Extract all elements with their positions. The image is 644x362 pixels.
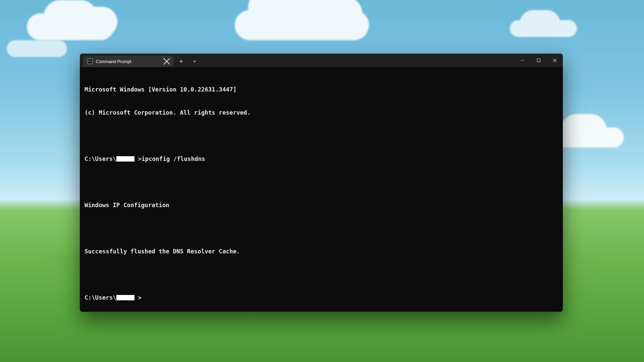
terminal-blank xyxy=(85,132,558,140)
terminal-line: Microsoft Windows [Version 10.0.22631.34… xyxy=(85,86,558,94)
prompt-prefix: C:\Users\ xyxy=(85,294,116,301)
terminal-content[interactable]: Microsoft Windows [Version 10.0.22631.34… xyxy=(80,67,563,312)
desktop-cloud xyxy=(235,10,369,40)
terminal-window: Command Prompt Mic xyxy=(80,54,563,312)
titlebar[interactable]: Command Prompt xyxy=(80,54,563,67)
minimize-button[interactable] xyxy=(515,54,531,67)
prompt-prefix: C:\Users\ xyxy=(85,156,116,162)
command-text: ipconfig /flushdns xyxy=(142,156,205,162)
terminal-blank xyxy=(85,225,558,232)
tab-title: Command Prompt xyxy=(96,59,160,64)
prompt-suffix: > xyxy=(138,294,142,301)
tab-close-button[interactable] xyxy=(163,58,170,65)
terminal-command-line: C:\Users\ >ipconfig /flushdns xyxy=(85,155,558,163)
close-button[interactable] xyxy=(547,54,563,67)
titlebar-drag-region[interactable] xyxy=(201,54,515,67)
terminal-blank xyxy=(85,178,558,186)
cmd-icon xyxy=(87,59,93,64)
tab-dropdown-button[interactable] xyxy=(189,56,201,67)
terminal-blank xyxy=(85,271,558,279)
desktop-cloud xyxy=(7,40,67,57)
maximize-button[interactable] xyxy=(531,54,547,67)
tab-command-prompt[interactable]: Command Prompt xyxy=(83,56,174,67)
terminal-line: (c) Microsoft Corporation. All rights re… xyxy=(85,109,558,117)
terminal-prompt-line: C:\Users\ > xyxy=(85,294,558,302)
new-tab-button[interactable] xyxy=(175,56,187,67)
desktop-cloud xyxy=(510,20,577,37)
desktop-cloud xyxy=(27,13,114,40)
tab-strip: Command Prompt xyxy=(80,54,201,67)
prompt-suffix: > xyxy=(138,156,142,162)
terminal-result: Successfully flushed the DNS Resolver Ca… xyxy=(85,248,558,255)
redacted-username xyxy=(116,295,135,300)
svg-rect-0 xyxy=(537,59,540,62)
window-controls xyxy=(515,54,563,67)
redacted-username xyxy=(116,156,135,162)
terminal-section-title: Windows IP Configuration xyxy=(85,201,558,209)
